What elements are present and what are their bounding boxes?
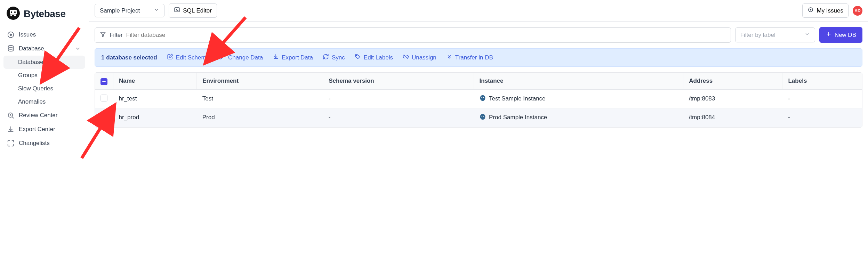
tag-icon — [355, 54, 361, 62]
filter-by-label-placeholder: Filter by label — [740, 32, 775, 39]
svg-point-21 — [483, 97, 484, 98]
cell-schema-version: - — [323, 89, 474, 108]
filter-label: Filter — [110, 32, 123, 39]
cell-address: /tmp:8083 — [683, 89, 782, 108]
download-icon — [7, 125, 15, 133]
sidebar-item-review-center[interactable]: Review Center — [3, 108, 85, 122]
sidebar-item-slow-queries[interactable]: Slow Queries — [3, 82, 85, 95]
logo: Bytebase — [3, 5, 85, 28]
sidebar-item-databases[interactable]: Databases — [3, 56, 85, 69]
my-issues-label: My Issues — [817, 7, 843, 14]
action-label: Transfer in DB — [455, 54, 493, 61]
unassign-action[interactable]: Unassign — [403, 54, 436, 62]
project-selector[interactable]: Sample Project — [95, 4, 164, 17]
avatar[interactable]: AD — [853, 6, 862, 16]
svg-point-23 — [481, 116, 482, 117]
cell-name: hr_test — [113, 89, 197, 108]
chevron-down-icon — [74, 45, 82, 52]
svg-point-19 — [480, 95, 485, 101]
postgres-icon — [479, 113, 486, 122]
sidebar-item-label: Anomalies — [18, 98, 46, 105]
sidebar-item-label: Slow Queries — [18, 85, 53, 92]
edit-schema-action[interactable]: Edit Schema — [167, 54, 209, 62]
chevron-down-icon — [804, 31, 810, 39]
sidebar-item-label: Changelists — [19, 140, 50, 147]
action-label: Edit Labels — [364, 54, 393, 61]
filter-database-input[interactable] — [126, 32, 726, 39]
sidebar-item-issues[interactable]: Issues — [3, 28, 85, 42]
new-db-label: New DB — [835, 32, 856, 39]
col-name[interactable]: Name — [113, 73, 197, 89]
row-checkbox[interactable] — [101, 95, 107, 101]
download-icon — [273, 54, 279, 62]
cell-instance: Test Sample Instance — [474, 89, 683, 108]
table-header-row: Name Environment Schema version Instance… — [95, 73, 862, 89]
database-table: Name Environment Schema version Instance… — [95, 72, 862, 128]
svg-point-17 — [356, 55, 357, 56]
sidebar-item-label: Databases — [18, 59, 46, 66]
selection-count: 1 database selected — [101, 54, 157, 61]
project-selector-value: Sample Project — [100, 7, 140, 14]
sidebar-item-export-center[interactable]: Export Center — [3, 122, 85, 136]
sidebar-item-label: Groups — [18, 72, 38, 79]
export-data-action[interactable]: Export Data — [273, 54, 313, 62]
sql-editor-button[interactable]: SQL Editor — [169, 3, 217, 18]
sidebar-item-groups[interactable]: Groups — [3, 69, 85, 82]
svg-rect-4 — [10, 15, 12, 16]
col-environment[interactable]: Environment — [197, 73, 323, 89]
col-instance[interactable]: Instance — [474, 73, 683, 89]
svg-point-22 — [480, 114, 485, 120]
action-bar: 1 database selected Edit Schema Change D… — [95, 48, 862, 67]
filter-icon — [100, 31, 106, 39]
unlink-icon — [403, 54, 409, 62]
edit-icon — [167, 54, 173, 62]
sidebar-item-label: Review Center — [19, 112, 58, 119]
sql-editor-label: SQL Editor — [183, 7, 212, 14]
sidebar: Bytebase Issues Database Databases Group… — [0, 0, 89, 260]
sync-action[interactable]: Sync — [323, 54, 345, 62]
svg-point-7 — [10, 34, 12, 36]
action-label: Edit Schema — [176, 54, 209, 61]
svg-point-20 — [481, 97, 482, 98]
action-label: Export Data — [282, 54, 313, 61]
sidebar-item-label: Export Center — [19, 126, 55, 133]
action-label: Change Data — [228, 54, 263, 61]
sidebar-item-changelists[interactable]: Changelists — [3, 136, 85, 150]
cell-address: /tmp:8084 — [683, 108, 782, 127]
sidebar-item-label: Issues — [19, 31, 36, 38]
postgres-icon — [479, 95, 486, 103]
chevron-down-icon — [154, 7, 159, 14]
cell-schema-version: - — [323, 108, 474, 127]
row-checkbox[interactable] — [101, 114, 107, 121]
table-row[interactable]: hr_prod Prod - Prod Sample Instance /tmp… — [95, 108, 862, 127]
new-db-button[interactable]: New DB — [819, 27, 862, 43]
select-all-checkbox[interactable] — [101, 78, 107, 85]
col-labels[interactable]: Labels — [782, 73, 862, 89]
review-icon — [7, 112, 15, 119]
filter-by-label[interactable]: Filter by label — [735, 27, 815, 42]
cell-instance: Prod Sample Instance — [474, 108, 683, 127]
topbar: Sample Project SQL Editor My Issues AD — [89, 0, 868, 22]
change-data-action[interactable]: Change Data — [219, 54, 263, 62]
svg-point-8 — [8, 46, 14, 48]
filter-database-box[interactable]: Filter — [95, 27, 731, 43]
action-label: Unassign — [412, 54, 436, 61]
sidebar-item-anomalies[interactable]: Anomalies — [3, 95, 85, 108]
cell-environment: Prod — [197, 108, 323, 127]
sidebar-item-database[interactable]: Database — [3, 42, 85, 56]
table-row[interactable]: hr_test Test - Test Sample Instance /tmp… — [95, 89, 862, 108]
col-address[interactable]: Address — [683, 73, 782, 89]
edit-labels-action[interactable]: Edit Labels — [355, 54, 393, 62]
svg-point-3 — [14, 11, 16, 13]
svg-point-2 — [11, 11, 12, 13]
bytebase-logo-icon — [6, 6, 20, 22]
svg-marker-14 — [101, 32, 105, 37]
svg-rect-5 — [14, 15, 16, 16]
col-schema-version[interactable]: Schema version — [323, 73, 474, 89]
transfer-action[interactable]: Transfer in DB — [446, 54, 493, 62]
action-label: Sync — [332, 54, 345, 61]
filter-row: Filter Filter by label New DB — [95, 27, 862, 43]
cell-name: hr_prod — [113, 108, 197, 127]
brand-name: Bytebase — [24, 8, 66, 19]
my-issues-button[interactable]: My Issues — [802, 3, 849, 18]
